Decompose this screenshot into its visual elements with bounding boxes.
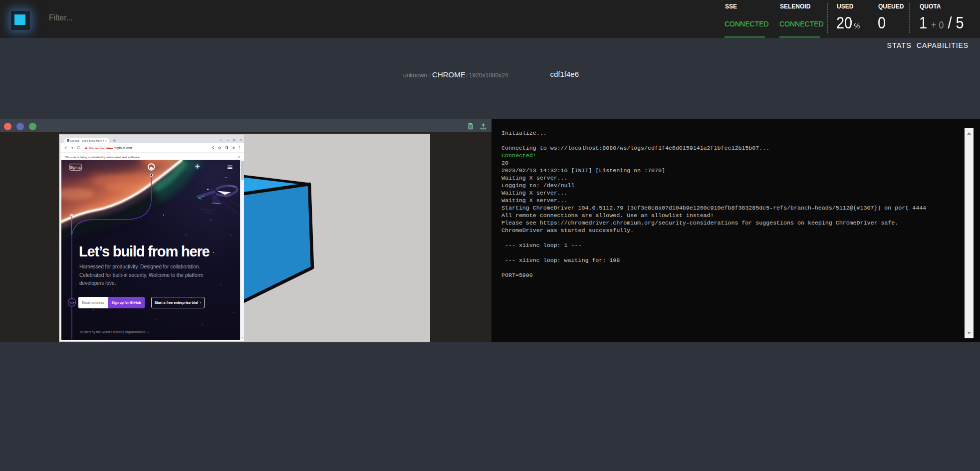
svg-text:<>: <> xyxy=(70,300,74,305)
svg-text:Sign up: Sign up xyxy=(70,166,81,170)
